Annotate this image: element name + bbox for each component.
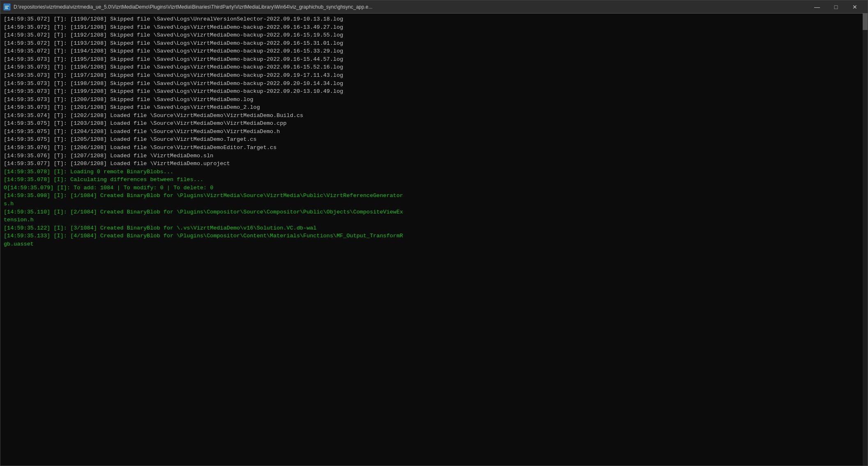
- log-line: [14:59:35.073] [T]: [1201/1208] Skipped …: [4, 103, 864, 112]
- log-line: tension.h: [4, 216, 864, 224]
- log-line: [14:59:35.078] [I]: Calculating differen…: [4, 176, 864, 184]
- app-icon: [4, 4, 10, 10]
- log-line: [14:59:35.076] [T]: [1207/1208] Loaded f…: [4, 152, 864, 160]
- svg-rect-1: [5, 6, 9, 7]
- log-line: [14:59:35.072] [T]: [1194/1208] Skipped …: [4, 47, 864, 55]
- log-line: [14:59:35.073] [T]: [1200/1208] Skipped …: [4, 96, 864, 104]
- log-line: [14:59:35.075] [T]: [1203/1208] Loaded f…: [4, 119, 864, 128]
- maximize-button[interactable]: □: [827, 0, 845, 14]
- console-output: [14:59:35.072] [T]: [1190/1208] Skipped …: [0, 14, 868, 466]
- title-bar: D:\repositories\vizrtmedia\vizrtmedia_ue…: [0, 0, 868, 14]
- log-line: [14:59:35.075] [T]: [1204/1208] Loaded f…: [4, 128, 864, 136]
- log-line: [14:59:35.072] [T]: [1193/1208] Skipped …: [4, 39, 864, 48]
- log-line: [14:59:35.077] [T]: [1208/1208] Loaded f…: [4, 160, 864, 168]
- close-button[interactable]: ✕: [845, 0, 864, 14]
- log-line: [14:59:35.072] [T]: [1192/1208] Skipped …: [4, 31, 864, 39]
- scrollbar-thumb[interactable]: [863, 14, 868, 30]
- window-title: D:\repositories\vizrtmedia\vizrtmedia_ue…: [14, 4, 373, 10]
- log-line: [14:59:35.073] [T]: [1196/1208] Skipped …: [4, 63, 864, 71]
- log-line: [14:59:35.073] [T]: [1198/1208] Skipped …: [4, 80, 864, 88]
- log-line: [14:59:35.073] [T]: [1199/1208] Skipped …: [4, 87, 864, 96]
- title-bar-left: D:\repositories\vizrtmedia\vizrtmedia_ue…: [4, 4, 373, 10]
- log-line: [14:59:35.133] [I]: [4/1084] Created Bin…: [4, 232, 864, 240]
- log-line: [14:59:35.122] [I]: [3/1084] Created Bin…: [4, 224, 864, 232]
- window-controls: — □ ✕: [808, 0, 864, 14]
- log-container: [14:59:35.072] [T]: [1190/1208] Skipped …: [4, 15, 864, 248]
- log-line: [14:59:35.078] [I]: Loading 0 remote Bin…: [4, 168, 864, 176]
- log-line: [14:59:35.073] [T]: [1195/1208] Skipped …: [4, 55, 864, 64]
- minimize-button[interactable]: —: [808, 0, 827, 14]
- log-line: [14:59:35.110] [I]: [2/1084] Created Bin…: [4, 208, 864, 216]
- log-line: [14:59:35.076] [T]: [1206/1208] Loaded f…: [4, 144, 864, 152]
- log-line: [14:59:35.072] [T]: [1191/1208] Skipped …: [4, 23, 864, 32]
- svg-rect-2: [5, 7, 8, 8]
- terminal-window: D:\repositories\vizrtmedia\vizrtmedia_ue…: [0, 0, 868, 466]
- log-line: s.h: [4, 200, 864, 208]
- log-line: [14:59:35.075] [T]: [1205/1208] Loaded f…: [4, 135, 864, 144]
- svg-rect-3: [5, 8, 8, 9]
- log-line: O[14:59:35.079] [I]: To add: 1084 | To m…: [4, 184, 864, 192]
- log-line: [14:59:35.074] [T]: [1202/1208] Loaded f…: [4, 112, 864, 120]
- scrollbar[interactable]: [863, 14, 868, 466]
- log-line: [14:59:35.073] [T]: [1197/1208] Skipped …: [4, 71, 864, 80]
- log-line: [14:59:35.072] [T]: [1190/1208] Skipped …: [4, 15, 864, 23]
- log-line: [14:59:35.098] [I]: [1/1084] Created Bin…: [4, 192, 864, 200]
- log-line: gb.uasset: [4, 240, 864, 248]
